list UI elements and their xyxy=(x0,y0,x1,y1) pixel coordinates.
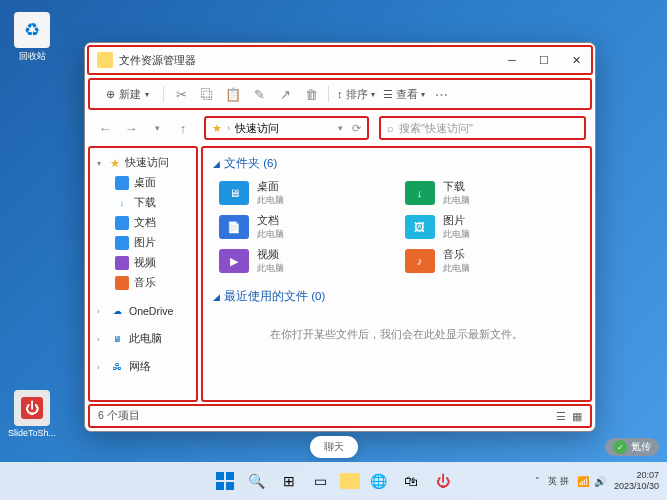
sort-icon: ↕ xyxy=(337,88,343,100)
chevron-right-icon: › xyxy=(97,335,105,344)
svg-rect-2 xyxy=(216,482,224,490)
chevron-down-icon: ◢ xyxy=(213,292,220,302)
details-view-icon[interactable]: ☰ xyxy=(556,410,566,422)
breadcrumb[interactable]: ★ › 快速访问 ▾ ⟳ xyxy=(204,116,369,140)
chevron-right-icon: › xyxy=(97,363,105,372)
view-icon: ☰ xyxy=(383,88,393,101)
view-button[interactable]: ☰ 查看 ▾ xyxy=(383,87,425,102)
refresh-icon[interactable]: ⟳ xyxy=(352,122,361,135)
maximize-button[interactable]: ☐ xyxy=(537,53,551,67)
recycle-bin-label: 回收站 xyxy=(8,50,56,63)
volume-icon[interactable]: 🔊 xyxy=(594,476,606,487)
svg-rect-1 xyxy=(226,472,234,480)
search-button[interactable]: 🔍 xyxy=(244,468,270,494)
clock[interactable]: 20:07 2023/10/30 xyxy=(614,470,659,492)
paste-icon[interactable]: 📋 xyxy=(224,85,242,103)
up-button[interactable]: ↑ xyxy=(172,117,194,139)
recycle-bin-icon[interactable]: ♻ 回收站 xyxy=(8,12,56,63)
sidebar: ▾ ★ 快速访问 桌面 ↓下载 文档 图片 视频 音乐 › ☁ OneDrive xyxy=(88,146,198,402)
search-input[interactable]: ⌕ 搜索"快速访问" xyxy=(379,116,586,140)
nav-row: ← → ▾ ↑ ★ › 快速访问 ▾ ⟳ ⌕ 搜索"快速访问" xyxy=(88,112,592,144)
sidebar-quick-access[interactable]: ▾ ★ 快速访问 xyxy=(93,153,193,173)
tray-chevron-icon[interactable]: ˄ xyxy=(535,476,540,486)
edge-taskbar-icon[interactable]: 🌐 xyxy=(366,468,392,494)
ime-indicator[interactable]: 英 拼 xyxy=(548,475,569,488)
sort-button[interactable]: ↕ 排序 ▾ xyxy=(337,87,375,102)
rename-icon[interactable]: ✎ xyxy=(250,85,268,103)
star-icon: ★ xyxy=(212,122,222,135)
task-view-button[interactable]: ⊞ xyxy=(276,468,302,494)
recent-section-header[interactable]: ◢ 最近使用的文件 (0) xyxy=(213,289,580,304)
titlebar[interactable]: 文件资源管理器 ─ ☐ ✕ xyxy=(87,45,593,75)
folder-icon xyxy=(97,52,113,68)
folder-pictures[interactable]: 🖼图片此电脑 xyxy=(405,213,581,241)
sidebar-this-pc[interactable]: › 🖥 此电脑 xyxy=(93,329,193,349)
copy-icon[interactable]: ⿻ xyxy=(198,85,216,103)
toolbar: ⊕ 新建 ▾ ✂ ⿻ 📋 ✎ ↗ 🗑 ↕ 排序 ▾ ☰ 查看 ▾ ⋯ xyxy=(88,78,592,110)
search-pill[interactable]: 聊天 xyxy=(310,436,358,458)
item-count: 6 个项目 xyxy=(98,409,140,423)
chevron-down-icon[interactable]: ▾ xyxy=(146,117,168,139)
window-title: 文件资源管理器 xyxy=(119,53,505,68)
folder-desktop[interactable]: 🖥桌面此电脑 xyxy=(219,179,395,207)
chevron-right-icon: › xyxy=(97,307,105,316)
statusbar: 6 个项目 ☰ ▦ xyxy=(88,404,592,428)
sidebar-item-desktop[interactable]: 桌面 xyxy=(111,173,193,193)
main-content: ◢ 文件夹 (6) 🖥桌面此电脑 ↓下载此电脑 📄文档此电脑 🖼图片此电脑 ▶视… xyxy=(201,146,592,402)
sidebar-onedrive[interactable]: › ☁ OneDrive xyxy=(93,301,193,321)
breadcrumb-location: 快速访问 xyxy=(235,121,279,136)
folder-music[interactable]: ♪音乐此电脑 xyxy=(405,247,581,275)
search-icon: ⌕ xyxy=(387,122,394,134)
more-icon[interactable]: ⋯ xyxy=(433,85,451,103)
start-button[interactable] xyxy=(212,468,238,494)
store-taskbar-icon[interactable]: 🛍 xyxy=(398,468,424,494)
sidebar-item-documents[interactable]: 文档 xyxy=(111,213,193,233)
thumbnails-view-icon[interactable]: ▦ xyxy=(572,410,582,422)
sidebar-item-videos[interactable]: 视频 xyxy=(111,253,193,273)
watermark: ✓ 氪传 xyxy=(605,438,659,456)
sidebar-item-music[interactable]: 音乐 xyxy=(111,273,193,293)
chevron-down-icon: ▾ xyxy=(97,159,105,168)
widgets-button[interactable]: ▭ xyxy=(308,468,334,494)
chevron-down-icon: ◢ xyxy=(213,159,220,169)
folder-downloads[interactable]: ↓下载此电脑 xyxy=(405,179,581,207)
delete-icon[interactable]: 🗑 xyxy=(302,85,320,103)
separator xyxy=(163,86,164,102)
new-button[interactable]: ⊕ 新建 ▾ xyxy=(100,84,155,105)
folder-videos[interactable]: ▶视频此电脑 xyxy=(219,247,395,275)
recent-empty-message: 在你打开某些文件后，我们会在此处显示最新文件。 xyxy=(213,312,580,358)
sidebar-item-downloads[interactable]: ↓下载 xyxy=(111,193,193,213)
file-explorer-window: 文件资源管理器 ─ ☐ ✕ ⊕ 新建 ▾ ✂ ⿻ 📋 ✎ ↗ 🗑 ↕ 排序 ▾ … xyxy=(84,42,596,432)
svg-rect-3 xyxy=(226,482,234,490)
cut-icon[interactable]: ✂ xyxy=(172,85,190,103)
slide-app-icon[interactable]: ⏻ SlideToSh... xyxy=(8,390,56,438)
separator xyxy=(328,86,329,102)
slide-app-label: SlideToSh... xyxy=(8,428,56,438)
minimize-button[interactable]: ─ xyxy=(505,53,519,67)
share-icon[interactable]: ↗ xyxy=(276,85,294,103)
folders-section-header[interactable]: ◢ 文件夹 (6) xyxy=(213,156,580,171)
wifi-icon[interactable]: 📶 xyxy=(577,476,589,487)
chevron-down-icon[interactable]: ▾ xyxy=(338,123,343,133)
folder-documents[interactable]: 📄文档此电脑 xyxy=(219,213,395,241)
star-icon: ★ xyxy=(110,157,120,169)
close-button[interactable]: ✕ xyxy=(569,53,583,67)
taskbar: 🔍 ⊞ ▭ 🌐 🛍 ⏻ ˄ 英 拼 📶 🔊 20:07 2023/10/30 xyxy=(0,462,667,500)
app-taskbar-icon[interactable]: ⏻ xyxy=(430,468,456,494)
back-button[interactable]: ← xyxy=(94,117,116,139)
plus-icon: ⊕ xyxy=(106,88,115,101)
folder-grid: 🖥桌面此电脑 ↓下载此电脑 📄文档此电脑 🖼图片此电脑 ▶视频此电脑 ♪音乐此电… xyxy=(213,179,580,275)
explorer-taskbar-icon[interactable] xyxy=(340,473,360,489)
sidebar-network[interactable]: › 🖧 网络 xyxy=(93,357,193,377)
chevron-down-icon: ▾ xyxy=(145,90,149,99)
sidebar-item-pictures[interactable]: 图片 xyxy=(111,233,193,253)
search-placeholder: 搜索"快速访问" xyxy=(399,121,473,136)
svg-rect-0 xyxy=(216,472,224,480)
forward-button[interactable]: → xyxy=(120,117,142,139)
